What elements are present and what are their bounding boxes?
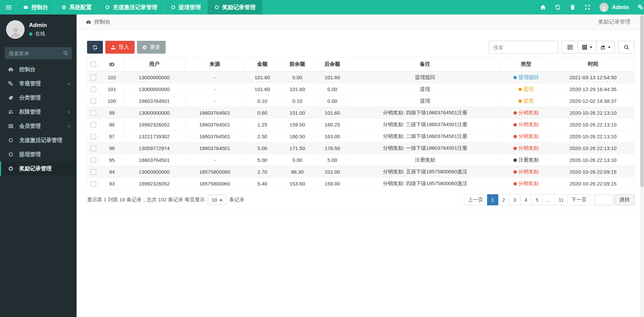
- columns-dropdown-button[interactable]: [578, 41, 596, 54]
- cell-type: 分销奖励: [500, 119, 552, 131]
- circle-icon: [8, 166, 16, 171]
- cell-source: -: [185, 71, 245, 83]
- table-row[interactable]: 94 13000000000 18575800060 2.70 98.30 10…: [87, 166, 635, 178]
- page-number-button[interactable]: 11: [555, 194, 568, 205]
- cell-checkbox: [87, 83, 100, 95]
- table-search-input[interactable]: [489, 41, 558, 54]
- search-icon: [624, 45, 629, 50]
- cell-amount: 0.60: [245, 107, 280, 119]
- gear-icon: [142, 45, 147, 50]
- row-checkbox[interactable]: [91, 110, 96, 116]
- cell-after-balance: 159.00: [315, 178, 350, 190]
- jump-button[interactable]: 跳转: [615, 194, 635, 205]
- cell-amount: 101.60: [245, 83, 280, 95]
- admin-menu[interactable]: Admin: [599, 3, 629, 12]
- sidebar-item[interactable]: 会员管理: [0, 119, 77, 133]
- table-row[interactable]: 95 18603764501 - 5.00 0.00 5.00 注册奖励 注册奖…: [87, 154, 635, 166]
- page-number-button[interactable]: 4: [521, 194, 532, 205]
- row-checkbox[interactable]: [91, 157, 96, 163]
- table-row[interactable]: 93 18992326052 18575800060 5.40 153.60 1…: [87, 178, 635, 190]
- navbar-tab[interactable]: 系统配置: [55, 0, 98, 15]
- refresh-icon: [92, 45, 97, 50]
- breadcrumb[interactable]: 控制台: [86, 19, 110, 26]
- cell-user: 13000000000: [124, 71, 185, 83]
- cell-user: 18603764501: [124, 154, 185, 166]
- cell-remark: 分销奖励: 一级下级18603764501注册: [350, 142, 500, 154]
- page-number-button[interactable]: 3: [509, 194, 521, 205]
- row-checkbox[interactable]: [91, 98, 96, 104]
- cell-time: 2020-10-26 22:09:15: [552, 166, 635, 178]
- navbar-tab[interactable]: 奖励记录管理: [207, 0, 262, 15]
- sidebar-item[interactable]: 分类管理: [0, 91, 77, 105]
- row-checkbox[interactable]: [91, 87, 96, 92]
- refresh-icon[interactable]: [555, 4, 561, 10]
- pagination-controls: 上一页12345...11下一页 跳转: [464, 194, 635, 205]
- navbar-tabs: 控制台 系统配置 充值激活记录管理 提现管理 奖励记录管理: [17, 0, 262, 15]
- cell-id: 95: [100, 154, 124, 166]
- cell-time: 2020-10-26 22:13:10: [552, 119, 635, 131]
- sidebar-item[interactable]: 奖励记录管理: [0, 162, 77, 176]
- detail-view-button[interactable]: [562, 41, 578, 54]
- page-number-button[interactable]: 5: [532, 194, 543, 205]
- sidebar-item[interactable]: 控制台: [0, 62, 77, 77]
- cell-amount: 5.00: [245, 154, 280, 166]
- hamburger-icon: [6, 4, 11, 10]
- cell-remark: 分销奖励: 五级下级18575800060激活: [350, 166, 500, 178]
- chevron-down-icon: [67, 82, 71, 86]
- table-row[interactable]: 97 13221739302 18603764501 2.50 160.50 1…: [87, 131, 635, 142]
- row-checkbox[interactable]: [91, 169, 96, 175]
- home-icon[interactable]: [540, 4, 546, 10]
- more-button[interactable]: 更多: [137, 41, 166, 54]
- cell-time: 2020-10-26 22:13:10: [552, 142, 635, 154]
- cell-type: 分销奖励: [500, 178, 552, 190]
- cell-remark: 提现: [350, 95, 500, 107]
- cell-source: 18603764501: [185, 107, 245, 119]
- navbar-tab[interactable]: 充值激活记录管理: [98, 0, 164, 15]
- list-icon: [8, 123, 16, 129]
- type-dot-icon: [513, 147, 517, 150]
- export-dropdown-button[interactable]: [596, 41, 615, 54]
- search-icon[interactable]: [63, 51, 68, 56]
- prev-page-button[interactable]: 上一页: [464, 194, 487, 205]
- sidebar-search-input[interactable]: [5, 47, 72, 59]
- cell-checkbox: [87, 142, 100, 154]
- import-button[interactable]: 导入: [105, 41, 135, 54]
- cell-id: 96: [100, 142, 124, 154]
- table-row[interactable]: 96 13059772974 18603764501 5.00 171.50 1…: [87, 142, 635, 154]
- table-row[interactable]: 99 13000000000 18603764501 0.60 101.00 1…: [87, 107, 635, 119]
- next-page-button[interactable]: 下一页: [568, 194, 591, 205]
- circle-icon: [8, 138, 16, 143]
- fullscreen-icon[interactable]: [585, 4, 590, 10]
- row-checkbox[interactable]: [91, 134, 96, 139]
- sidebar-item[interactable]: 提现管理: [0, 147, 77, 162]
- row-checkbox[interactable]: [91, 146, 96, 151]
- table-row[interactable]: 100 18603764501 - 0.10 0.10 0.00 提现 提现 2…: [87, 95, 635, 107]
- sidebar-item-label: 分类管理: [19, 94, 71, 102]
- table-row[interactable]: 102 13000000000 - 101.60 0.00 101.60 提现驳…: [87, 71, 635, 83]
- sidebar-item[interactable]: 常规管理: [0, 77, 77, 91]
- row-checkbox[interactable]: [91, 75, 96, 80]
- navbar-tab[interactable]: 提现管理: [164, 0, 207, 15]
- scrollbar-thumb[interactable]: [640, 15, 644, 187]
- search-button[interactable]: [618, 41, 635, 54]
- refresh-button[interactable]: [87, 41, 103, 54]
- page-number-button[interactable]: 1: [487, 194, 498, 205]
- select-all-checkbox[interactable]: [91, 62, 96, 67]
- row-checkbox[interactable]: [91, 181, 96, 186]
- cell-type: 分销奖励: [500, 131, 552, 142]
- navbar-tab[interactable]: 控制台: [17, 0, 55, 15]
- jump-page-input[interactable]: [594, 194, 613, 205]
- trash-icon[interactable]: [570, 4, 576, 10]
- page-number-button[interactable]: 2: [498, 194, 509, 205]
- sidebar-item[interactable]: 充值激活记录管理: [0, 133, 77, 147]
- breadcrumb-home[interactable]: 控制台: [94, 19, 110, 26]
- row-checkbox[interactable]: [91, 122, 96, 127]
- table-row[interactable]: 98 18992326052 18603764501 1.25 159.00 1…: [87, 119, 635, 131]
- table-row[interactable]: 101 13000000000 - 101.60 101.60 0.00 提现 …: [87, 83, 635, 95]
- sidebar-item[interactable]: 权限管理: [0, 105, 77, 119]
- sidebar-toggle-button[interactable]: [0, 0, 17, 15]
- page-size-dropdown[interactable]: 10: [208, 195, 226, 205]
- settings-gears-icon[interactable]: [638, 4, 644, 10]
- toolbar-left: 导入 更多: [87, 41, 166, 54]
- user-name: Admin: [29, 22, 47, 29]
